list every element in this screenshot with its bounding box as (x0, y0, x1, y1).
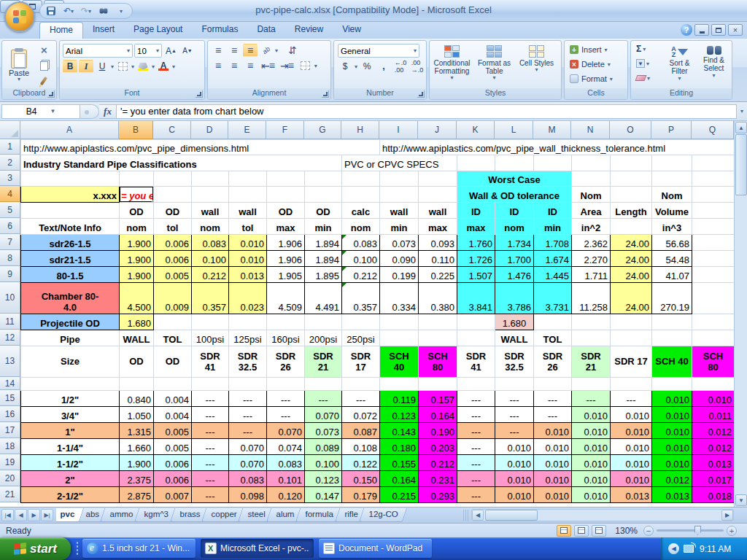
conditional-formatting-button[interactable]: Conditional Formatting▾ (431, 42, 473, 89)
cell-M15[interactable]: --- (534, 391, 572, 407)
cell-N21[interactable]: 0.010 (572, 487, 611, 503)
cell-I3[interactable] (380, 171, 419, 187)
column-header-N[interactable]: N (571, 121, 610, 139)
cell-H3[interactable] (342, 171, 380, 187)
insert-cells-button[interactable]: +Insert▾ (566, 42, 626, 57)
cell-B12[interactable]: WALL (120, 330, 154, 346)
cell-K15[interactable]: --- (457, 391, 495, 407)
cell-K2[interactable] (457, 155, 495, 171)
cell-L9[interactable]: 1.476 (495, 267, 534, 283)
align-left-button[interactable]: ≡ (211, 59, 225, 72)
start-button[interactable]: start (0, 537, 71, 560)
cell-M19[interactable]: 0.010 (534, 455, 572, 471)
column-header-E[interactable]: E (228, 121, 266, 139)
copy-button[interactable] (36, 59, 52, 72)
cell-F7[interactable]: 1.906 (267, 235, 305, 251)
previous-sheet-button[interactable]: ◀ (15, 509, 27, 521)
cell-D5[interactable]: wall (192, 203, 229, 219)
cell-A8[interactable]: sdr21-1.5 (21, 251, 120, 267)
cell-A9[interactable]: 80-1.5 (21, 267, 120, 283)
cell-N8[interactable]: 2.270 (572, 251, 611, 267)
help-button[interactable]: ? (681, 24, 692, 36)
cell-L19[interactable]: 0.010 (495, 455, 534, 471)
dialog-launcher-icon[interactable] (417, 90, 425, 98)
cell-L8[interactable]: 1.700 (495, 251, 534, 267)
column-header-A[interactable]: A (20, 121, 119, 139)
cell-H16[interactable]: 0.072 (342, 407, 380, 423)
cell-N17[interactable]: 0.010 (572, 423, 611, 439)
cell-N5[interactable]: Area (572, 203, 611, 219)
cell-Q13[interactable]: SCH 80 (692, 346, 735, 378)
cell-F16[interactable]: --- (267, 407, 305, 423)
save-button[interactable] (44, 4, 58, 18)
cell-H14[interactable] (342, 378, 380, 391)
cell-C9[interactable]: 0.005 (154, 267, 192, 283)
cell-D15[interactable]: --- (192, 391, 229, 407)
cell-F3[interactable] (267, 171, 305, 187)
cell-D11[interactable] (192, 314, 229, 330)
font-size-select[interactable]: 10▾ (134, 44, 162, 58)
cell-C21[interactable]: 0.007 (154, 487, 192, 503)
cell-E9[interactable]: 0.013 (229, 267, 267, 283)
formula-input[interactable]: '= you enter data from chart below (117, 104, 737, 119)
row-header-1[interactable]: 1 (0, 139, 20, 155)
tab-data[interactable]: Data (247, 22, 285, 39)
cell-C16[interactable]: 0.004 (154, 407, 192, 423)
zoom-out-button[interactable]: − (643, 526, 654, 536)
tab-insert[interactable]: Insert (83, 22, 124, 39)
row-header-10[interactable]: 10 (0, 282, 20, 314)
cell-Q19[interactable]: 0.013 (692, 455, 735, 471)
percent-style-button[interactable]: % (360, 60, 374, 73)
cell-F6[interactable]: max (267, 219, 305, 235)
cell-K19[interactable]: --- (457, 455, 495, 471)
cell-O9[interactable]: 24.00 (611, 267, 652, 283)
cell-Q6[interactable] (692, 219, 735, 235)
cell-styles-button[interactable]: Cell Styles▾ (516, 42, 557, 89)
cell-K8[interactable]: 1.726 (457, 251, 495, 267)
cell-H4[interactable] (342, 187, 380, 203)
cell-C11[interactable] (154, 314, 192, 330)
cell-J20[interactable]: 0.231 (419, 471, 457, 487)
cell-I14[interactable] (380, 378, 419, 391)
cell-I10[interactable]: 0.334 (380, 283, 419, 314)
cell-E7[interactable]: 0.010 (229, 235, 267, 251)
network-icon[interactable] (684, 545, 694, 553)
row-header-12[interactable]: 12 (0, 330, 20, 346)
cell-F19[interactable]: 0.083 (267, 455, 305, 471)
row-header-14[interactable]: 14 (0, 377, 20, 390)
cell-P16[interactable]: 0.010 (652, 407, 692, 423)
cell-C8[interactable]: 0.006 (154, 251, 192, 267)
cell-B16[interactable]: 1.050 (120, 407, 154, 423)
cell-A6[interactable]: Text/Note Info (21, 219, 120, 235)
cell-J15[interactable]: 0.157 (419, 391, 457, 407)
scroll-right-button[interactable]: ▶ (721, 510, 733, 521)
normal-view-button[interactable] (557, 525, 571, 537)
cell-L12[interactable]: WALL (495, 330, 534, 346)
row-header-20[interactable]: 20 (0, 470, 20, 486)
cell-F10[interactable]: 4.509 (267, 283, 305, 314)
cell-G20[interactable]: 0.123 (305, 471, 342, 487)
column-header-J[interactable]: J (418, 121, 457, 139)
cell-L7[interactable]: 1.734 (495, 235, 534, 251)
cell-P14[interactable] (652, 378, 692, 391)
cell-A2[interactable]: Industry Standard Pipe Classifications (21, 155, 342, 171)
cell-M21[interactable]: 0.010 (534, 487, 572, 503)
horizontal-scroll-thumb[interactable] (485, 510, 538, 521)
accounting-format-button[interactable]: $ (338, 60, 352, 73)
cell-A1[interactable]: http://www.apiplastics.com/pvc_pipe_dime… (21, 140, 380, 155)
zoom-level[interactable]: 130% (615, 526, 638, 536)
cell-I15[interactable]: 0.119 (380, 391, 419, 407)
cell-F11[interactable] (267, 314, 305, 330)
cell-A20[interactable]: 2" (21, 471, 120, 487)
dialog-launcher-icon[interactable] (196, 90, 203, 98)
italic-button[interactable]: I (79, 60, 93, 73)
cell-D9[interactable]: 0.212 (192, 267, 229, 283)
cell-L2[interactable] (495, 155, 534, 171)
scroll-down-button[interactable]: ▼ (735, 494, 747, 506)
cell-I18[interactable]: 0.180 (380, 439, 419, 455)
scroll-left-button[interactable]: ◀ (472, 510, 484, 521)
wrap-text-button[interactable]: ⇵ (285, 44, 300, 57)
cell-M7[interactable]: 1.708 (534, 235, 572, 251)
align-right-button[interactable]: ≡ (243, 59, 258, 72)
column-header-I[interactable]: I (379, 121, 418, 139)
